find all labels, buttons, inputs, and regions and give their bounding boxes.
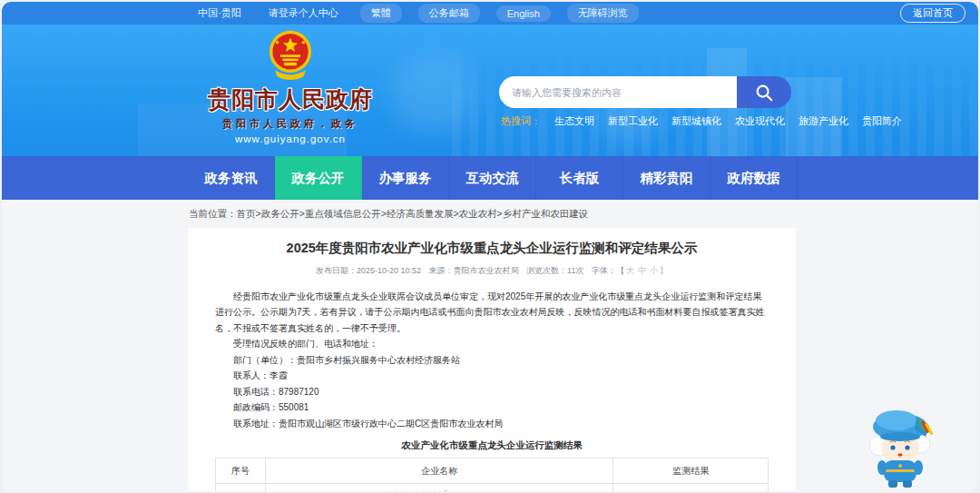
mascot-assistant[interactable]: [860, 402, 940, 489]
nav-tab[interactable]: 政府数据: [710, 156, 798, 200]
topbar-item[interactable]: 繁體: [360, 4, 402, 23]
site-banner: 贵阳市人民政府 贵阳市人民政府．政务 www.guiyang.gov.cn 热搜…: [2, 25, 978, 156]
topbar-items: 中国·贵阳 请登录个人中心 繁體 公务邮箱 English 无障碍浏览: [192, 4, 639, 23]
paragraph: 受理情况反映的部门、电话和地址：: [215, 336, 769, 352]
font-size-close-bracket: 】: [660, 266, 668, 275]
bokeh-glow: [392, 52, 474, 133]
paragraph: 邮政编码：550081: [215, 399, 769, 416]
paragraph: 联系地址：贵阳市观山湖区市级行政中心二期C区贵阳市农业农村局: [215, 416, 769, 432]
result-table: 序号 企业名称 监测结果 1 贵州合力超市采购有限公司 合格: [215, 458, 769, 491]
search-icon: [754, 83, 774, 103]
publish-date: 发布日期：2025-10-20 10:52: [316, 266, 421, 275]
nav-tab[interactable]: 长者版: [536, 156, 623, 200]
article-source: 来源：贵阳市农业农村局: [429, 266, 519, 275]
site-title: 贵阳市人民政府: [200, 84, 381, 114]
search-bar: [499, 76, 791, 108]
font-size-label: 字体：【: [592, 266, 624, 275]
article-body: 经贵阳市农业产业化市级重点龙头企业联席会议成员单位审定，现对2025年开展的农业…: [215, 289, 769, 432]
breadcrumb: 当前位置：首页>政务公开>重点领域信息公开>经济高质量发展>农业农村>乡村产业和…: [2, 200, 978, 228]
font-size-button[interactable]: 中: [638, 266, 646, 275]
national-emblem-icon: [267, 30, 314, 83]
nav-tab[interactable]: 政务公开: [275, 156, 362, 200]
back-home-button[interactable]: 返回首页: [900, 4, 965, 23]
paragraph: 联系电话：87987120: [215, 384, 769, 400]
col-header-result: 监测结果: [613, 458, 769, 484]
paragraph: 经贵阳市农业产业化市级重点龙头企业联席会议成员单位审定，现对2025年开展的农业…: [215, 289, 769, 337]
col-header-index: 序号: [216, 458, 266, 484]
search-button[interactable]: [737, 76, 791, 108]
font-size-button[interactable]: 小: [650, 266, 658, 275]
search-input[interactable]: [499, 76, 737, 108]
article-title: 2025年度贵阳市农业产业化市级重点龙头企业运行监测和评定结果公示: [215, 240, 769, 258]
cell-monitor-result: 合格: [613, 484, 769, 491]
nav-tab[interactable]: 办事服务: [362, 156, 449, 200]
page-content: 当前位置：首页>政务公开>重点领域信息公开>经济高质量发展>农业农村>乡村产业和…: [2, 200, 978, 491]
topbar-item[interactable]: 无障碍浏览: [567, 4, 639, 23]
hot-search-link[interactable]: 新型工业化: [608, 114, 658, 128]
hot-search-link[interactable]: 旅游产业化: [799, 114, 848, 128]
breadcrumb-label: 当前位置：: [189, 208, 237, 219]
font-size-controls: 大中小: [624, 266, 660, 275]
nav-tab[interactable]: 政务资讯: [188, 156, 275, 200]
table-header-row: 序号 企业名称 监测结果: [216, 458, 769, 484]
hot-search-link[interactable]: 农业现代化: [735, 114, 785, 128]
site-url: www.guiyang.gov.cn: [200, 133, 381, 144]
main-nav: 政务资讯 政务公开 办事服务 互动交流 长者版 精彩贵阳 政府数据: [2, 156, 978, 200]
hot-search-link[interactable]: 生态文明: [554, 114, 594, 128]
top-utility-bar: 中国·贵阳 请登录个人中心 繁體 公务邮箱 English 无障碍浏览 返回首页: [2, 2, 978, 25]
topbar-item[interactable]: 中国·贵阳: [192, 5, 247, 22]
nav-tabs: 政务资讯 政务公开 办事服务 互动交流 长者版 精彩贵阳 政府数据: [188, 156, 798, 200]
hot-search-row: 热搜词： 生态文明 新型工业化 新型城镇化 农业现代化 旅游产业化 贵阳简介: [501, 114, 902, 128]
hot-search-link[interactable]: 贵阳简介: [862, 114, 902, 128]
nav-tab[interactable]: 精彩贵阳: [623, 156, 710, 200]
topbar-item[interactable]: 请登录个人中心: [263, 5, 344, 22]
cell-company-name: 贵州合力超市采购有限公司: [265, 484, 613, 491]
view-count: 浏览次数：11次: [526, 266, 583, 275]
table-body: 1 贵州合力超市采购有限公司 合格 2 贵州友禾种业有限公司 合格 3: [216, 484, 769, 491]
table-row: 1 贵州合力超市采购有限公司 合格: [216, 484, 769, 491]
article-card: 2025年度贵阳市农业产业化市级重点龙头企业运行监测和评定结果公示 发布日期：2…: [188, 228, 796, 491]
article-meta: 发布日期：2025-10-20 10:52 来源：贵阳市农业农村局 浏览次数：1…: [215, 265, 769, 277]
paragraph: 部门（单位）：贵阳市乡村振兴服务中心农村经济服务站: [215, 352, 769, 369]
nav-tab[interactable]: 互动交流: [449, 156, 536, 200]
cell-index: 1: [216, 484, 266, 491]
browser-page: 中国·贵阳 请登录个人中心 繁體 公务邮箱 English 无障碍浏览 返回首页: [2, 2, 978, 491]
result-table-title: 农业产业化市级重点龙头企业运行监测结果: [215, 439, 769, 452]
hot-search-label: 热搜词：: [501, 114, 541, 128]
breadcrumb-path[interactable]: 首页>政务公开>重点领域信息公开>经济高质量发展>农业农村>乡村产业和农田建设: [237, 208, 589, 219]
site-subtitle: 贵阳市人民政府．政务: [200, 117, 381, 131]
col-header-company: 企业名称: [265, 458, 613, 484]
hot-search-link[interactable]: 新型城镇化: [671, 114, 721, 128]
font-size-button[interactable]: 大: [626, 266, 634, 275]
topbar-item[interactable]: English: [496, 5, 551, 22]
paragraph: 联系人：李霞: [215, 368, 769, 384]
hot-links: 生态文明 新型工业化 新型城镇化 农业现代化 旅游产业化 贵阳简介: [554, 114, 902, 128]
site-brand[interactable]: 贵阳市人民政府 贵阳市人民政府．政务 www.guiyang.gov.cn: [200, 30, 381, 144]
topbar-item[interactable]: 公务邮箱: [418, 4, 480, 23]
